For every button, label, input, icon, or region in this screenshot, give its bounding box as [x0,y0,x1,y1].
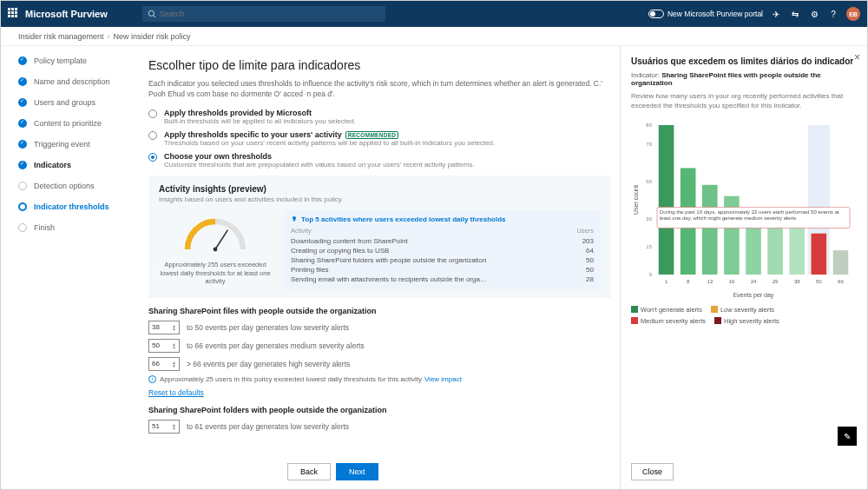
svg-line-2 [215,229,227,248]
threshold-section-1: Sharing SharePoint files with people out… [148,307,611,397]
threshold-section-2: Sharing SharePoint folders with people o… [148,406,611,434]
page-title: Escolher tipo de limite para indicadores [148,58,611,72]
svg-text:19: 19 [729,279,735,284]
threshold-stepper[interactable]: 51▲▼ [148,420,180,434]
activity-insights-card: Activity insights (preview) Insights bas… [148,175,611,298]
svg-text:38: 38 [794,279,800,284]
next-button[interactable]: Next [336,463,378,480]
radio-icon[interactable] [148,109,157,118]
portal-toggle-label: New Microsoft Purview portal [667,10,763,18]
gauge: Approximately 255 users exceeded lowest … [159,210,272,289]
threshold-stepper[interactable]: 38▲▼ [148,321,180,334]
close-icon[interactable]: × [854,51,860,63]
wizard-step[interactable]: Users and groups [18,98,122,107]
back-button[interactable]: Back [287,463,331,480]
svg-rect-5 [293,220,295,222]
threshold-stepper[interactable]: 66▲▼ [148,357,180,371]
svg-rect-21 [833,250,849,275]
insights-sub: Insights based on users and activities i… [159,195,601,203]
svg-text:50: 50 [646,178,652,183]
reset-defaults-link[interactable]: Reset to defaults [148,388,204,397]
activities-title: Top 5 activities where users exceeded lo… [301,215,506,223]
wizard-step[interactable]: Finish [18,223,122,232]
threshold-row: 38▲▼to 50 events per day generates low s… [148,321,611,334]
wizard-step[interactable]: Triggering event [18,140,122,149]
wizard-step[interactable]: Name and description [18,77,122,86]
wizard-step[interactable]: Detection options [18,182,122,190]
gear-icon[interactable]: ⚙ [808,8,820,20]
activity-row: Creating or copying files to USB64 [291,246,594,255]
svg-text:User count: User count [633,185,639,215]
panel-title: Usuários que excedem os limites diários … [631,56,857,66]
ts1-info: i Approximately 25 users in this policy … [148,375,611,383]
search-icon [148,10,156,18]
threshold-radio-option[interactable]: Choose your own thresholdsCustomize thre… [148,152,611,169]
radio-icon[interactable] [148,153,157,162]
svg-text:Events per day: Events per day [733,292,774,299]
app-title: Microsoft Purview [25,9,108,19]
svg-point-4 [293,216,296,220]
chart-legend: Won't generate alerts Low severity alert… [631,306,857,325]
lightbulb-icon [291,215,298,222]
threshold-radio-option[interactable]: Apply thresholds specific to your users'… [148,130,611,147]
svg-text:24: 24 [751,279,757,284]
share-icon[interactable]: ⇆ [789,8,801,20]
wizard-step[interactable]: Content to prioritize [18,119,122,128]
wizard-step[interactable]: Policy template [18,56,122,65]
svg-text:15: 15 [646,243,652,248]
chart: 015305070801813192429385066Events per da… [631,118,857,301]
page-description: Each indicator you selected uses thresho… [148,79,611,100]
breadcrumb-root[interactable]: Insider risk management [18,32,104,41]
view-impact-link[interactable]: View impact [424,375,462,383]
waffle-icon[interactable] [8,8,20,20]
send-icon[interactable]: ✈ [770,8,782,20]
feedback-icon[interactable]: ✎ [838,427,857,446]
ts2-title: Sharing SharePoint folders with people o… [148,406,611,414]
svg-rect-15 [702,184,718,274]
threshold-row: 66▲▼> 66 events per day generates high s… [148,357,611,371]
threshold-stepper[interactable]: 50▲▼ [148,339,180,353]
svg-rect-20 [812,233,827,274]
svg-text:50: 50 [816,279,822,284]
search-input[interactable] [160,10,380,18]
svg-text:70: 70 [646,141,652,146]
portal-toggle[interactable] [648,10,664,18]
panel-review: Review how many users in your org recent… [631,92,857,111]
info-icon: i [148,375,156,383]
threshold-row: 50▲▼to 66 events per day generates mediu… [148,339,611,353]
svg-text:1: 1 [665,279,668,284]
activity-row: Sharing SharePoint folders with people o… [291,255,594,265]
svg-text:30: 30 [646,215,652,221]
svg-text:29: 29 [773,279,779,284]
app-header: Microsoft Purview New Microsoft Purview … [1,1,867,27]
svg-rect-19 [789,228,805,275]
threshold-radio-option[interactable]: Apply thresholds provided by MicrosoftBu… [148,109,611,125]
main-content: Escolher tipo de limite para indicadores… [131,46,620,489]
svg-text:13: 13 [707,279,713,284]
panel-close-button[interactable]: Close [631,463,674,480]
help-icon[interactable]: ? [827,8,839,20]
global-search[interactable] [142,6,385,22]
svg-point-3 [214,247,218,251]
flyout-panel: × Usuários que excedem os limites diário… [620,46,867,489]
activity-row: Sending email with attachments to recipi… [291,275,594,284]
wizard-footer: Back Next [287,463,378,480]
threshold-row: 51▲▼to 61 events per day generates low s… [148,420,611,434]
insights-title: Activity insights (preview) [159,184,601,194]
svg-text:8: 8 [687,279,690,284]
top-activities-table: Top 5 activities where users exceeded lo… [284,210,601,289]
svg-rect-13 [659,125,674,275]
svg-text:0: 0 [649,272,653,277]
wizard-steps: Policy templateName and descriptionUsers… [1,46,131,489]
breadcrumb-current: New insider risk policy [114,32,191,41]
radio-icon[interactable] [148,131,157,140]
wizard-step[interactable]: Indicators [18,161,122,169]
panel-indicator: Indicator: Sharing SharePoint files with… [631,71,857,87]
header-right: New Microsoft Purview portal ✈ ⇆ ⚙ ? EB [648,7,860,21]
svg-text:80: 80 [646,122,652,128]
gauge-icon [181,214,250,257]
wizard-step[interactable]: Indicator thresholds [18,202,122,211]
svg-point-0 [148,10,154,16]
avatar[interactable]: EB [846,7,860,21]
ts1-title: Sharing SharePoint files with people out… [148,307,611,315]
